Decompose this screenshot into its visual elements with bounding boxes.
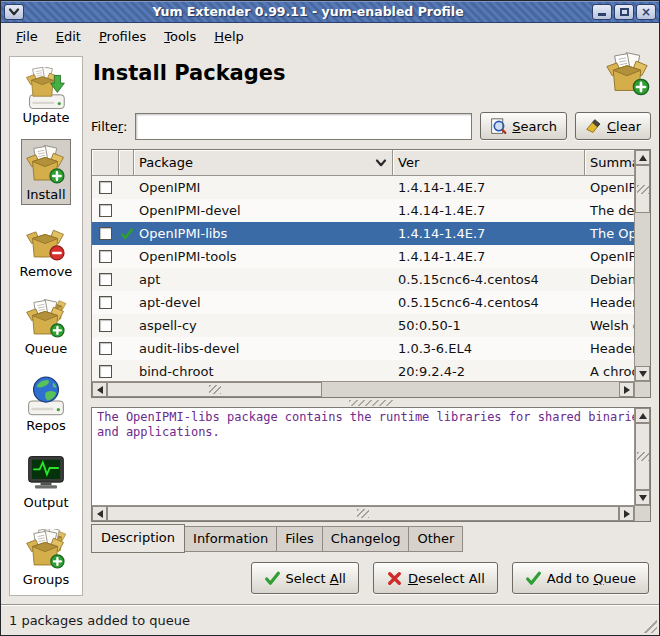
clear-brush-icon [585,118,602,135]
tab-description[interactable]: Description [91,524,185,553]
scrollbar-corner [634,382,650,397]
check-icon [264,570,281,587]
scrollbar-thumb[interactable] [635,165,650,213]
minimize-icon [598,13,606,16]
description-vertical-scrollbar[interactable] [634,408,650,505]
pane-splitter[interactable] [91,398,651,407]
package-update-icon [25,67,67,109]
scroll-right-arrow[interactable] [619,506,634,521]
sidebar-item-label: Install [26,187,65,202]
minimize-button[interactable] [592,4,612,20]
page-header: Install Packages [91,51,651,109]
description-panel: The OpenIPMI-libs package contains the r… [91,407,651,522]
table-row[interactable]: audit-libs-devel 1.0.3-6.EL4 Header [92,337,634,360]
menu-file[interactable]: File [7,25,47,48]
clear-button[interactable]: Clear [575,112,651,140]
sidebar-item-queue[interactable]: Queue [21,293,72,359]
menu-help[interactable]: Help [205,25,253,48]
package-groups-icon [25,529,67,571]
row-checkbox[interactable] [99,319,112,332]
table-row[interactable]: aspell-cy 50:0.50-1 Welsh d [92,314,634,337]
menubar: File Edit Profiles Tools Help [1,23,659,49]
row-checkbox[interactable] [99,227,112,240]
select-all-button[interactable]: Select All [251,562,359,594]
table-row-selected[interactable]: OpenIPMI-libs 1.4.14-1.4E.7 The Op [92,222,634,245]
tab-files[interactable]: Files [277,526,323,552]
sidebar: Update Install Remove [9,56,83,596]
scroll-up-arrow[interactable] [635,150,650,165]
tab-other[interactable]: Other [409,526,463,552]
column-header-status[interactable] [119,150,134,176]
repos-globe-icon [25,375,67,417]
table-row[interactable]: OpenIPMI 1.4.14-1.4E.7 OpenIP [92,176,634,199]
scrollbar-thumb[interactable] [107,382,322,397]
queued-check-icon [120,227,134,241]
scroll-left-arrow[interactable] [92,382,107,397]
window-title: Yum Extender 0.99.11 - yum-enabled Profi… [25,4,591,19]
menu-profiles[interactable]: Profiles [90,25,155,48]
maximize-icon [620,8,629,16]
sidebar-item-label: Output [23,495,68,510]
tab-information[interactable]: Information [185,526,277,552]
deselect-all-button[interactable]: Deselect All [373,562,498,594]
add-to-queue-button[interactable]: Add to Queue [512,562,649,594]
row-checkbox[interactable] [99,365,112,378]
search-button[interactable]: Search [480,112,567,140]
table-horizontal-scrollbar[interactable] [92,381,650,397]
table-vertical-scrollbar[interactable] [634,150,650,381]
column-header-package[interactable]: Package [134,150,393,176]
sidebar-item-remove[interactable]: Remove [16,216,77,282]
chevron-down-icon [8,8,20,16]
close-icon: × [641,6,651,18]
sidebar-item-label: Remove [20,264,73,279]
table-row[interactable]: apt-devel 0.5.15cnc6-4.centos4 Header [92,291,634,314]
scroll-up-arrow[interactable] [635,408,650,423]
sort-descending-icon [375,159,387,167]
output-monitor-icon [25,452,67,494]
scrollbar-thumb[interactable] [107,506,619,521]
filter-label: Filter: [91,119,127,134]
menu-edit[interactable]: Edit [47,25,90,48]
sidebar-item-output[interactable]: Output [19,447,72,513]
window-menu-button[interactable] [4,4,24,20]
scroll-right-arrow[interactable] [619,382,634,397]
table-row[interactable]: OpenIPMI-devel 1.4.14-1.4E.7 The dev [92,199,634,222]
menu-tools[interactable]: Tools [155,25,205,48]
add-to-queue-label: Add to Queue [547,571,636,586]
close-button[interactable]: × [636,4,656,20]
description-horizontal-scrollbar[interactable] [92,505,650,521]
sidebar-item-groups[interactable]: Groups [19,524,73,590]
column-header-version[interactable]: Ver [393,150,585,176]
maximize-button[interactable] [614,4,634,20]
scrollbar-thumb[interactable] [635,423,650,490]
table-row[interactable]: bind-chroot 20:9.2.4-2 A chroo [92,360,634,381]
sidebar-item-install[interactable]: Install [21,139,71,205]
table-row[interactable]: OpenIPMI-tools 1.4.14-1.4E.7 OpenIP [92,245,634,268]
row-checkbox[interactable] [99,181,112,194]
row-checkbox[interactable] [99,204,112,217]
titlebar[interactable]: Yum Extender 0.99.11 - yum-enabled Profi… [1,1,659,23]
row-checkbox[interactable] [99,296,112,309]
scroll-down-arrow[interactable] [635,490,650,505]
scrollbar-corner [634,506,650,521]
sidebar-item-update[interactable]: Update [18,62,73,128]
resize-grip[interactable] [642,618,657,633]
row-checkbox[interactable] [99,273,112,286]
scroll-down-arrow[interactable] [635,366,650,381]
select-all-label: Select All [286,571,346,586]
tab-changelog[interactable]: Changelog [323,526,410,552]
search-button-label: Search [512,119,557,134]
row-checkbox[interactable] [99,342,112,355]
table-row[interactable]: apt 0.5.15cnc6-4.centos4 Debian' [92,268,634,291]
table-body: OpenIPMI 1.4.14-1.4E.7 OpenIP OpenIPMI-d… [92,176,634,381]
row-checkbox[interactable] [99,250,112,263]
filter-input[interactable] [135,113,472,140]
column-header-summary[interactable]: Summary [585,150,634,176]
scroll-left-arrow[interactable] [92,506,107,521]
description-text: The OpenIPMI-libs package contains the r… [92,408,634,505]
sidebar-item-label: Groups [23,572,69,587]
sidebar-item-repos[interactable]: Repos [21,370,71,436]
package-remove-icon [25,221,67,263]
check-icon [525,570,542,587]
column-header-checkbox[interactable] [92,150,119,176]
